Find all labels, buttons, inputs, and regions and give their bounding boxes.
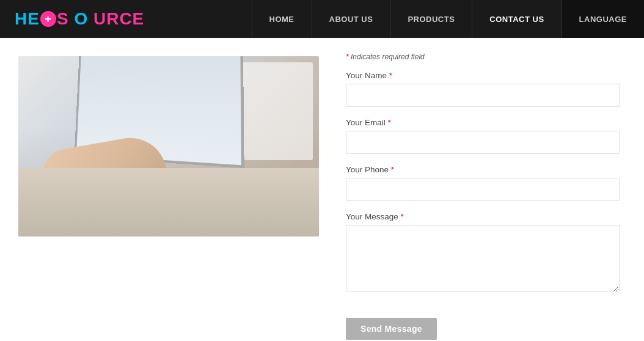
hero-image (18, 56, 324, 340)
logo-plus-icon: + (40, 11, 56, 27)
message-field-group: Your Message * (346, 212, 620, 295)
nav-item-about[interactable]: ABOUT US (312, 0, 390, 38)
name-label: Your Name * (346, 71, 620, 80)
logo-s: S (57, 9, 69, 28)
send-message-button[interactable]: Send Message (346, 318, 437, 340)
nav-item-products[interactable]: PRODUCTS (390, 0, 472, 38)
required-note-text: Indicates required field (351, 53, 425, 61)
email-input[interactable] (346, 131, 620, 154)
nav-item-language[interactable]: LANGUAGE (562, 0, 644, 38)
email-field-group: Your Email * (346, 118, 620, 154)
message-label-text: Your Message (346, 212, 398, 221)
phone-required-star: * (391, 165, 394, 174)
email-label: Your Email * (346, 118, 620, 127)
logo-o: O (74, 9, 88, 28)
required-star: * (346, 53, 349, 61)
message-textarea[interactable] (346, 225, 620, 292)
name-label-text: Your Name (346, 71, 387, 80)
logo-source: S O URCE (57, 9, 144, 29)
email-label-text: Your Email (346, 118, 386, 127)
hero-image-placeholder (18, 56, 319, 237)
phone-input[interactable] (346, 178, 620, 201)
message-required-star: * (401, 212, 404, 221)
page-content: * Indicates required field Your Name * Y… (0, 38, 644, 341)
contact-form-container: * Indicates required field Your Name * Y… (324, 53, 644, 340)
nav-links: HOME ABOUT US PRODUCTS CONTACT US LANGUA… (252, 0, 645, 38)
desk-surface (18, 168, 319, 237)
email-required-star: * (388, 118, 391, 127)
nav-item-contact[interactable]: CONTACT US (472, 0, 561, 38)
logo-urce: URCE (93, 9, 144, 28)
logo[interactable]: HE + S O URCE (0, 9, 159, 29)
phone-label-text: Your Phone (346, 165, 389, 174)
name-input[interactable] (346, 84, 620, 107)
name-field-group: Your Name * (346, 71, 620, 107)
phone-label: Your Phone * (346, 165, 620, 174)
required-note: * Indicates required field (346, 53, 620, 61)
message-label: Your Message * (346, 212, 620, 221)
chart-decoration (240, 62, 313, 160)
name-required-star: * (389, 71, 392, 80)
logo-he: HE (15, 9, 40, 29)
nav-item-home[interactable]: HOME (252, 0, 312, 38)
main-nav: HE + S O URCE HOME ABOUT US PRODUCTS CON… (0, 0, 644, 38)
phone-field-group: Your Phone * (346, 165, 620, 201)
